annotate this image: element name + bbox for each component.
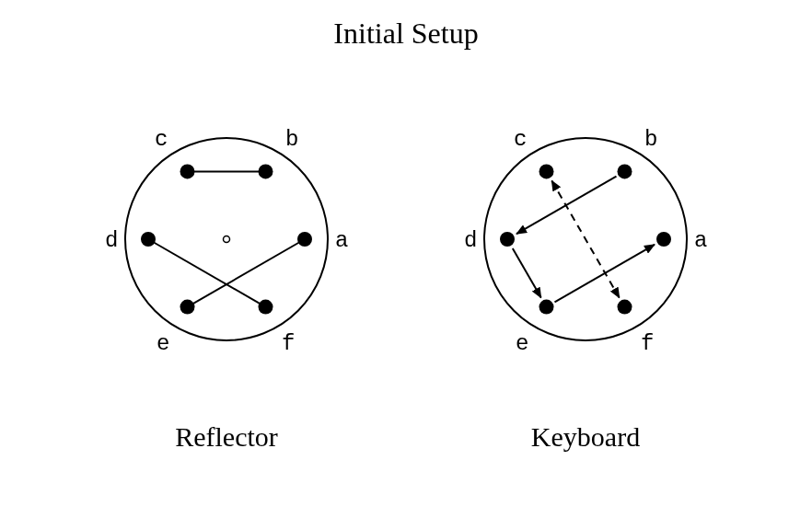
- keyboard-label-a: a: [694, 228, 707, 253]
- keyboard-label-e: e: [516, 331, 528, 356]
- keyboard-caption: Keyboard: [531, 421, 640, 453]
- reflector-label-d: d: [105, 228, 118, 253]
- reflector-label-c: c: [155, 127, 168, 152]
- svg-point-18: [539, 300, 554, 315]
- keyboard-label-d: d: [464, 228, 477, 253]
- svg-point-17: [500, 232, 515, 247]
- reflector-label-b: b: [285, 127, 298, 152]
- keyboard-diagram: a b c d e f: [447, 101, 724, 377]
- keyboard-label-b: b: [644, 127, 657, 152]
- svg-point-1: [224, 236, 230, 243]
- reflector-caption: Reflector: [175, 421, 278, 453]
- page-title: Initial Setup: [0, 17, 812, 51]
- reflector-diagram: a b c d e f: [88, 101, 365, 377]
- svg-point-14: [656, 232, 671, 247]
- reflector-label-e: e: [157, 331, 169, 356]
- svg-line-9: [148, 239, 266, 307]
- svg-point-19: [618, 300, 632, 315]
- svg-line-10: [188, 239, 306, 307]
- reflector-wrapper: a b c d e f Reflector: [88, 101, 365, 453]
- keyboard-label-f: f: [641, 331, 654, 356]
- keyboard-wrapper: a b c d e f Keyboard: [447, 101, 724, 453]
- svg-point-15: [618, 164, 632, 178]
- svg-line-21: [513, 248, 541, 298]
- diagram-container: a b c d e f Reflector: [0, 101, 812, 453]
- keyboard-label-c: c: [514, 127, 527, 152]
- svg-line-23: [551, 180, 619, 297]
- reflector-label-a: a: [335, 228, 348, 253]
- reflector-label-f: f: [282, 331, 295, 356]
- svg-point-16: [539, 164, 554, 178]
